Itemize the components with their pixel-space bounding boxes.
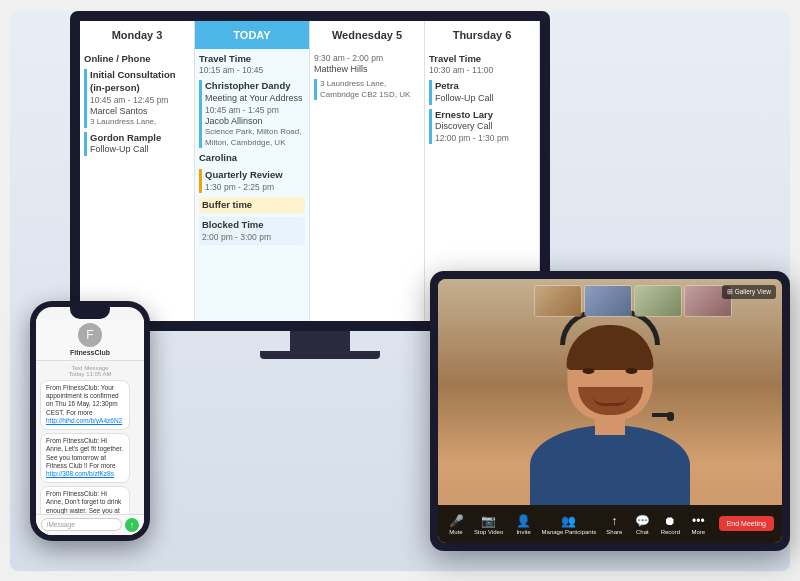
calendar-header: Monday 3 TODAY Wednesday 5 Thursday 6 — [80, 21, 540, 49]
send-icon: ↑ — [130, 520, 135, 530]
gallery-view-button[interactable]: ⊞ End Meeting Gallery View — [722, 285, 776, 299]
event-buffer: Buffer time — [199, 197, 305, 214]
sms-header: F FitnessClub — [36, 319, 144, 361]
record-button[interactable]: ⏺ Record — [660, 513, 680, 535]
more-label: More — [691, 529, 705, 535]
thumbnail-1 — [534, 285, 582, 317]
participants-label: Manage Participants — [542, 529, 597, 535]
event-name: Follow-Up Call — [435, 93, 535, 105]
tablet-frame: ⊞ End Meeting Gallery View 🎤 Mute � — [430, 271, 790, 551]
event-addr: 3 Laundress Lane, — [90, 117, 190, 127]
event-title: Travel Time — [199, 53, 251, 64]
shirt — [530, 425, 690, 505]
event-time: 1:30 pm - 2:25 pm — [205, 182, 305, 193]
grid-icon: ⊞ — [727, 288, 733, 296]
event-time: 12:00 pm - 1:30 pm — [435, 133, 535, 144]
event-title: Initial Consultation (in-person) — [90, 69, 176, 93]
invite-icon: 👤 — [514, 513, 534, 529]
event-travel-thu: Travel Time 10:30 am - 11:00 — [429, 53, 535, 77]
event-name: Jacob Allinson — [205, 116, 305, 128]
video-main: ⊞ End Meeting Gallery View 🎤 Mute � — [438, 279, 782, 543]
thumb-face-2 — [585, 286, 631, 316]
event-time: 2:00 pm - 3:00 pm — [202, 232, 302, 243]
event-wednesday-time: 9:30 am - 2:00 pm Matthew Hills — [314, 53, 420, 76]
participants-icon: 👥 — [559, 513, 579, 529]
invite-button[interactable]: 👤 Invite — [514, 513, 534, 535]
sms-msg-2: From FitnessClub: Hi Anne, Let's get fit… — [40, 433, 130, 483]
event-time: 10:30 am - 11:00 — [429, 65, 535, 76]
event-time: 9:30 am - 2:00 pm — [314, 53, 420, 64]
event-online-phone: Online / Phone — [84, 53, 190, 66]
cal-col-monday: Online / Phone Initial Consultation (in-… — [80, 49, 195, 321]
toolbar-right: End Meeting — [719, 516, 774, 531]
toolbar-left: 🎤 Mute 📷 Stop Video — [446, 513, 503, 535]
event-time: 10:45 am - 12:45 pm — [90, 95, 190, 106]
record-label: Record — [661, 529, 680, 535]
event-title: Carolina — [199, 152, 237, 163]
sms-msg-1: From FitnessClub: Your appointment is co… — [40, 380, 130, 430]
chat-button[interactable]: 💬 Chat — [632, 513, 652, 535]
event-title: Gordon Rample — [90, 132, 161, 143]
toolbar-center: 👤 Invite 👥 Manage Participants ↑ Share — [514, 513, 709, 535]
cal-col-wednesday: 9:30 am - 2:00 pm Matthew Hills 3 Laundr… — [310, 49, 425, 321]
stop-video-button[interactable]: 📷 Stop Video — [474, 513, 503, 535]
stop-video-label: Stop Video — [474, 529, 503, 535]
event-addr: 3 Laundress Lane, Cambridge CB2 1SD, UK — [320, 79, 420, 100]
event-gordon: Gordon Rample Follow-Up Call — [84, 132, 190, 156]
monitor-stand — [290, 331, 350, 351]
camera-icon: 📷 — [479, 513, 499, 529]
chat-label: Chat — [636, 529, 649, 535]
share-icon: ↑ — [604, 513, 624, 529]
event-title: Blocked Time — [202, 219, 264, 230]
manage-participants-button[interactable]: 👥 Manage Participants — [542, 513, 597, 535]
contact-name: FitnessClub — [42, 349, 138, 356]
invite-label: Invite — [516, 529, 530, 535]
thumbnail-2 — [584, 285, 632, 317]
phone-notch — [70, 307, 110, 319]
mute-icon: 🎤 — [446, 513, 466, 529]
phone-frame: F FitnessClub Text MessageToday 11:05 AM… — [30, 301, 150, 541]
event-time: 10:45 am - 1:45 pm — [205, 105, 305, 116]
event-title: Buffer time — [202, 199, 252, 210]
scene: Monday 3 TODAY Wednesday 5 Thursday 6 On… — [10, 11, 790, 571]
phone-screen: F FitnessClub Text MessageToday 11:05 AM… — [36, 307, 144, 535]
event-wednesday-addr: 3 Laundress Lane, Cambridge CB2 1SD, UK — [314, 79, 420, 100]
col-header-monday: Monday 3 — [80, 21, 195, 49]
event-name: Follow-Up Call — [90, 144, 190, 156]
thumbnail-3 — [634, 285, 682, 317]
share-label: Share — [606, 529, 622, 535]
thumb-face-3 — [635, 286, 681, 316]
link-2[interactable]: http://308.com/b/zfKz8s — [46, 470, 114, 477]
mic-capsule — [667, 412, 674, 421]
col-header-wednesday: Wednesday 5 — [310, 21, 425, 49]
sms-body: Text MessageToday 11:05 AM From FitnessC… — [36, 361, 144, 514]
mute-button[interactable]: 🎤 Mute — [446, 513, 466, 535]
more-button[interactable]: ••• More — [688, 513, 708, 535]
event-blocked: Blocked Time 2:00 pm - 3:00 pm — [199, 217, 305, 245]
end-meeting-button[interactable]: End Meeting — [719, 516, 774, 531]
cal-col-today: Travel Time 10:15 am - 10:45 Christopher… — [195, 49, 310, 321]
event-quarterly: Quarterly Review 1:30 pm - 2:25 pm — [199, 169, 305, 193]
tablet-screen: ⊞ End Meeting Gallery View 🎤 Mute � — [438, 279, 782, 543]
avatar-initial: F — [86, 328, 93, 342]
event-title: Quarterly Review — [205, 169, 283, 180]
thumbnail-strip — [534, 285, 732, 317]
record-icon: ⏺ — [660, 513, 680, 529]
event-name: Discovery Call — [435, 121, 535, 133]
video-toolbar: 🎤 Mute 📷 Stop Video 👤 Invite — [438, 505, 782, 543]
event-travel-time-today: Travel Time 10:15 am - 10:45 — [199, 53, 305, 77]
right-eye — [626, 368, 638, 374]
event-title: Online / Phone — [84, 53, 151, 64]
link-1[interactable]: http://hihd.com/b/yA4z6N2 — [46, 417, 122, 424]
event-time: 10:15 am - 10:45 — [199, 65, 305, 76]
chat-icon: 💬 — [632, 513, 652, 529]
share-button[interactable]: ↑ Share — [604, 513, 624, 535]
event-name: Meeting at Your Address — [205, 93, 305, 105]
event-initial-consult: Initial Consultation (in-person) 10:45 a… — [84, 69, 190, 128]
sms-send-button[interactable]: ↑ — [125, 518, 139, 532]
sms-input[interactable]: iMessage — [41, 518, 122, 531]
sms-footer: iMessage ↑ — [36, 514, 144, 535]
event-title: Petra — [435, 80, 459, 91]
event-carolina: Carolina — [199, 152, 305, 165]
event-name: Marcel Santos — [90, 106, 190, 118]
